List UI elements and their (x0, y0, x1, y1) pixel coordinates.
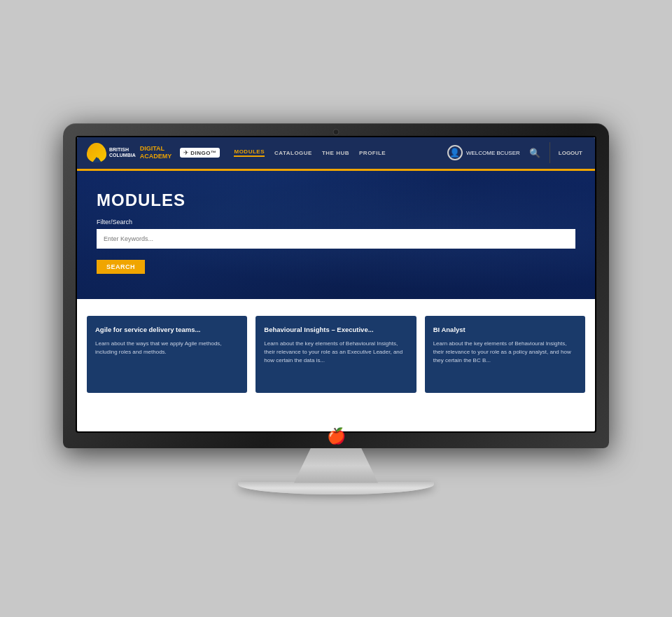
logo-group: BRITISH COLUMBIA DIGITALACADEMY ✈ DINGO™ (87, 143, 220, 162)
card-3[interactable]: BI Analyst Learn about the key elements … (425, 316, 585, 393)
navbar: BRITISH COLUMBIA DIGITALACADEMY ✈ DINGO™ (77, 137, 595, 171)
monitor-neck (294, 448, 378, 483)
user-avatar-icon: 👤 (447, 145, 463, 160)
monitor-bezel: BRITISH COLUMBIA DIGITALACADEMY ✈ DINGO™ (63, 123, 609, 448)
navbar-right: 👤 WELCOME BCUSER 🔍 LOGOUT (447, 142, 585, 163)
card-3-title: BI Analyst (433, 326, 577, 334)
website: BRITISH COLUMBIA DIGITALACADEMY ✈ DINGO™ (77, 137, 595, 431)
logout-button[interactable]: LOGOUT (556, 150, 585, 156)
main-nav: MODULES CATALOGUE THE HUB PROFILE (234, 148, 447, 157)
nav-profile[interactable]: PROFILE (359, 150, 386, 156)
nav-divider (550, 142, 550, 163)
monitor-base (238, 482, 434, 494)
nav-modules[interactable]: MODULES (234, 148, 265, 157)
user-greeting: WELCOME BCUSER (466, 150, 520, 156)
nav-the-hub[interactable]: THE HUB (322, 150, 349, 156)
dingo-label: DINGO™ (190, 150, 216, 156)
hero-section: MODULES Filter/Search SEARCH (77, 171, 595, 299)
card-2-body: Learn about the key elements of Behaviou… (264, 340, 407, 365)
search-input[interactable] (97, 229, 575, 249)
search-button[interactable]: SEARCH (97, 260, 145, 274)
search-row (97, 229, 575, 249)
mountain-icon-right (94, 158, 102, 162)
card-1-title: Agile for service delivery teams... (95, 326, 239, 334)
apple-logo: 🍎 (327, 429, 346, 444)
user-area: 👤 WELCOME BCUSER (447, 145, 520, 160)
search-icon[interactable]: 🔍 (526, 148, 544, 158)
bc-sun-icon (87, 143, 106, 162)
card-3-body: Learn about the key elements of Behaviou… (433, 340, 577, 365)
card-2[interactable]: Behavioural Insights – Executive... Lear… (255, 316, 416, 393)
hero-content: MODULES Filter/Search SEARCH (97, 190, 575, 274)
card-1-body: Learn about the ways that we apply Agile… (95, 340, 239, 356)
bc-text: BRITISH COLUMBIA (109, 147, 136, 158)
dingo-badge: ✈ DINGO™ (180, 148, 220, 158)
bc-logo: BRITISH COLUMBIA (87, 143, 136, 162)
card-2-title: Behavioural Insights – Executive... (264, 326, 407, 334)
dingo-logo-icon: ✈ (183, 149, 189, 156)
card-1[interactable]: Agile for service delivery teams... Lear… (87, 316, 247, 393)
cards-row: Agile for service delivery teams... Lear… (87, 316, 585, 393)
monitor-screen: BRITISH COLUMBIA DIGITALACADEMY ✈ DINGO™ (77, 137, 595, 431)
content-section: Agile for service delivery teams... Lear… (77, 299, 595, 410)
monitor: BRITISH COLUMBIA DIGITALACADEMY ✈ DINGO™ (63, 123, 609, 494)
nav-catalogue[interactable]: CATALOGUE (274, 150, 312, 156)
digital-academy-text: DIGITALACADEMY (140, 145, 172, 160)
page-title: MODULES (97, 190, 575, 210)
screen-border: BRITISH COLUMBIA DIGITALACADEMY ✈ DINGO™ (76, 136, 596, 433)
screen-reflection (77, 410, 595, 414)
filter-label: Filter/Search (97, 219, 575, 226)
